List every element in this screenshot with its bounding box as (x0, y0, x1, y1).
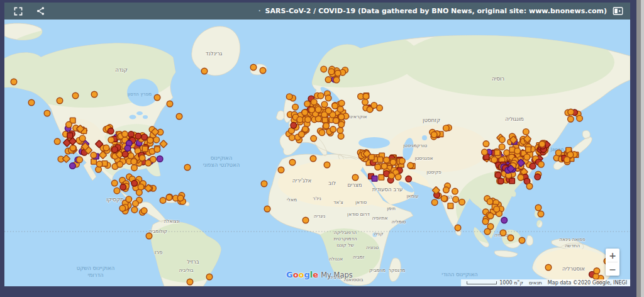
map-marker[interactable] (448, 203, 453, 209)
map-marker[interactable] (338, 106, 344, 113)
map-marker[interactable] (338, 121, 345, 128)
map-marker[interactable] (309, 107, 315, 113)
map-marker[interactable] (568, 116, 574, 122)
map-marker[interactable] (538, 162, 545, 168)
map-marker[interactable] (176, 113, 182, 120)
map-marker[interactable] (377, 157, 383, 162)
map-marker[interactable] (526, 147, 531, 152)
map-marker[interactable] (499, 137, 506, 143)
scrollbar-thumb[interactable] (636, 0, 641, 297)
map-marker[interactable] (375, 164, 381, 171)
map-marker[interactable] (363, 93, 369, 99)
map-marker[interactable] (311, 135, 317, 142)
map-marker[interactable] (292, 104, 299, 110)
map-marker[interactable] (291, 123, 297, 129)
map-marker[interactable] (154, 94, 160, 101)
map-marker[interactable] (594, 268, 600, 274)
map-marker[interactable] (44, 110, 50, 116)
map-marker[interactable] (371, 103, 377, 109)
map-marker[interactable] (455, 225, 461, 231)
map-marker[interactable] (302, 109, 308, 116)
map-marker[interactable] (289, 159, 296, 165)
map-marker[interactable] (311, 99, 317, 105)
map-marker[interactable] (491, 157, 497, 163)
map-marker[interactable] (111, 180, 118, 186)
map-marker[interactable] (545, 264, 552, 271)
map-marker[interactable] (482, 149, 488, 155)
map-marker[interactable] (441, 196, 447, 202)
map-marker[interactable] (206, 274, 213, 280)
map-marker[interactable] (321, 66, 327, 72)
map-marker[interactable] (278, 167, 284, 173)
map-marker[interactable] (112, 147, 118, 153)
map-marker[interactable] (303, 126, 309, 132)
map-marker[interactable] (77, 157, 83, 163)
map-marker[interactable] (119, 205, 126, 211)
map-marker[interactable] (304, 101, 311, 107)
map-marker[interactable] (142, 134, 148, 140)
map-marker[interactable] (28, 99, 35, 106)
page-scrollbar[interactable] (636, 0, 644, 297)
map-marker[interactable] (54, 138, 60, 145)
map-marker[interactable] (67, 133, 73, 138)
map-marker[interactable] (509, 178, 515, 184)
map-marker[interactable] (147, 137, 153, 143)
map-marker[interactable] (519, 237, 525, 244)
map-marker[interactable] (389, 173, 395, 179)
map-marker[interactable] (487, 199, 493, 205)
map-marker[interactable] (406, 176, 412, 182)
map-marker[interactable] (482, 218, 489, 225)
map-marker[interactable] (62, 155, 70, 162)
map-marker[interactable] (289, 135, 295, 141)
map-marker[interactable] (518, 174, 524, 181)
map-marker[interactable] (379, 175, 384, 181)
map-marker[interactable] (286, 94, 292, 100)
map-marker[interactable] (498, 178, 504, 184)
map-marker[interactable] (145, 160, 152, 166)
map-marker[interactable] (325, 77, 331, 83)
map-marker[interactable] (524, 154, 530, 160)
map-marker[interactable] (264, 206, 270, 212)
map-marker[interactable] (131, 207, 138, 213)
map-marker[interactable] (160, 198, 166, 204)
map-marker[interactable] (160, 140, 167, 148)
map-marker[interactable] (408, 162, 414, 169)
map-marker[interactable] (157, 156, 163, 162)
map-marker[interactable] (260, 67, 266, 74)
map-marker[interactable] (108, 128, 114, 135)
map-marker[interactable] (315, 106, 321, 113)
map-marker[interactable] (297, 116, 303, 123)
map-marker[interactable] (131, 180, 138, 186)
map-marker[interactable] (352, 174, 358, 181)
map-marker[interactable] (494, 206, 500, 213)
map-marker[interactable] (487, 213, 494, 219)
map-marker[interactable] (453, 196, 459, 203)
map-marker[interactable] (117, 161, 123, 167)
map-marker[interactable] (508, 235, 514, 241)
map-marker[interactable] (142, 146, 148, 152)
map-marker[interactable] (141, 208, 147, 214)
map-marker[interactable] (324, 162, 330, 168)
map-marker[interactable] (128, 153, 134, 159)
map-marker[interactable] (323, 123, 330, 129)
map-marker[interactable] (318, 92, 324, 99)
map-marker[interactable] (483, 141, 489, 147)
map-marker[interactable] (91, 152, 97, 159)
map-marker[interactable] (335, 70, 341, 77)
map-marker[interactable] (431, 132, 437, 138)
map-marker[interactable] (201, 68, 208, 74)
map-marker[interactable] (539, 141, 545, 147)
map-marker[interactable] (177, 195, 184, 201)
map-marker[interactable] (108, 137, 114, 143)
map-marker[interactable] (523, 129, 530, 135)
zoom-in-button[interactable]: + (606, 249, 619, 262)
map-marker[interactable] (577, 115, 583, 121)
map-marker[interactable] (166, 194, 172, 201)
map-marker[interactable] (372, 176, 377, 182)
share-button[interactable] (32, 3, 48, 20)
map-marker[interactable] (66, 121, 72, 128)
map-marker[interactable] (593, 274, 599, 280)
map-marker[interactable] (494, 150, 500, 155)
map-marker[interactable] (136, 189, 143, 196)
map-marker[interactable] (319, 130, 325, 136)
